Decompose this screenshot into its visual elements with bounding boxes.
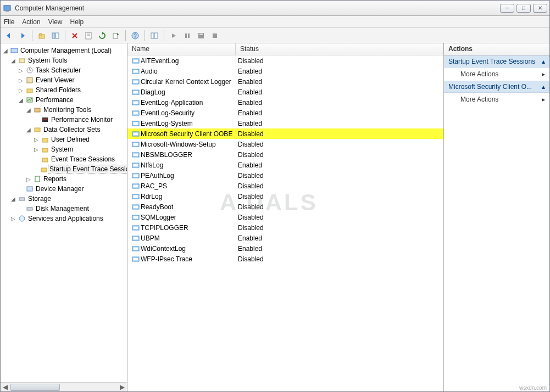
collector-icon <box>32 126 42 133</box>
template-button[interactable] <box>148 30 160 42</box>
list-row[interactable]: PEAuthLogDisabled <box>127 170 443 181</box>
collapse-icon[interactable]: ◢ <box>9 58 17 64</box>
tree-monitoring-tools[interactable]: ◢ Monitoring Tools <box>1 105 127 115</box>
list-row[interactable]: RdrLogDisabled <box>127 191 443 201</box>
expand-icon[interactable]: ▷ <box>17 77 25 83</box>
tree-device-manager[interactable]: Device Manager <box>1 184 127 194</box>
tree-reports[interactable]: ▷ Reports <box>1 174 127 184</box>
play-button[interactable] <box>168 30 180 42</box>
properties-button[interactable] <box>82 30 95 42</box>
action-head-ms-security[interactable]: Microsoft Security Client O... ▴ <box>444 81 549 93</box>
list-row[interactable]: EventLog-SecurityEnabled <box>127 108 443 118</box>
tree-event-viewer[interactable]: ▷ Event Viewer <box>1 75 127 85</box>
scroll-thumb[interactable] <box>10 384 60 391</box>
delete-button[interactable] <box>69 30 81 42</box>
list-row[interactable]: DiagLogEnabled <box>127 87 443 97</box>
tree-performance[interactable]: ◢ Performance <box>1 95 127 105</box>
list-item-name: Circular Kernel Context Logger <box>141 78 231 86</box>
close-button[interactable]: ✕ <box>533 4 547 13</box>
expand-icon[interactable]: ▷ <box>17 87 25 93</box>
action-more-1[interactable]: More Actions ▸ <box>444 68 549 81</box>
list-row[interactable]: AITEventLogDisabled <box>127 55 443 66</box>
pause-button[interactable] <box>181 30 193 42</box>
svg-rect-66 <box>134 185 138 187</box>
list-item-name: NtfsLog <box>141 161 163 169</box>
tree-task-scheduler[interactable]: ▷ Task Scheduler <box>1 65 127 75</box>
expand-icon[interactable]: ▷ <box>25 176 32 182</box>
list-row[interactable]: NBSMBLOGGERDisabled <box>127 149 443 160</box>
maximize-button[interactable]: □ <box>516 4 531 13</box>
toolbar-separator <box>125 30 126 41</box>
expand-icon[interactable]: ▷ <box>9 216 17 222</box>
scroll-track[interactable] <box>10 383 118 391</box>
tree-body[interactable]: ◢ Computer Management (Local) ◢ System T… <box>1 43 127 382</box>
expand-icon[interactable]: ▷ <box>32 147 40 153</box>
collapse-icon[interactable]: ◢ <box>25 127 32 133</box>
list-item-name: EventLog-Application <box>141 99 203 107</box>
list-row[interactable]: WdiContextLogEnabled <box>127 243 443 254</box>
list-row[interactable]: Microsoft Security Client OOBEDisabled <box>127 128 443 139</box>
list-item-status: Enabled <box>236 245 443 253</box>
tree-performance-monitor[interactable]: Performance Monitor <box>1 115 127 125</box>
save-button[interactable] <box>195 30 207 42</box>
tree-disk-management[interactable]: Disk Management <box>1 204 127 214</box>
tree-shared-folders[interactable]: ▷ Shared Folders <box>1 85 127 95</box>
export-button[interactable] <box>110 30 122 42</box>
list-item-status: Enabled <box>236 88 443 96</box>
tree-data-collector-sets[interactable]: ◢ Data Collector Sets <box>1 125 127 135</box>
trace-icon <box>40 165 48 173</box>
tree-scrollbar[interactable]: ◀ ▶ <box>1 382 127 391</box>
menu-view[interactable]: View <box>48 18 63 26</box>
list-row[interactable]: TCPIPLOGGERDisabled <box>127 222 443 233</box>
collapse-icon[interactable]: ◢ <box>9 196 17 202</box>
scroll-left-icon[interactable]: ◀ <box>1 383 10 391</box>
list-row[interactable]: AudioEnabled <box>127 66 443 76</box>
list-body[interactable]: AITEventLogDisabledAudioEnabledCircular … <box>127 55 443 391</box>
list-row[interactable]: EventLog-SystemEnabled <box>127 118 443 128</box>
tree-services-apps[interactable]: ▷ Services and Applications <box>1 214 127 223</box>
list-row[interactable]: WFP-IPsec TraceDisabled <box>127 254 443 264</box>
column-name[interactable]: Name <box>127 43 236 55</box>
help-button[interactable]: ? <box>129 30 141 42</box>
list-row[interactable]: Microsoft-Windows-SetupDisabled <box>127 139 443 149</box>
list-row[interactable]: EventLog-ApplicationEnabled <box>127 97 443 108</box>
computer-icon <box>9 47 19 54</box>
tree-startup-event-trace[interactable]: Startup Event Trace Sessions <box>1 164 127 174</box>
up-button[interactable] <box>36 30 48 42</box>
menu-file[interactable]: File <box>4 18 14 26</box>
minimize-button[interactable]: ─ <box>500 4 514 13</box>
expand-icon[interactable]: ▷ <box>17 68 25 74</box>
back-button[interactable] <box>3 30 15 42</box>
tree-root[interactable]: ◢ Computer Management (Local) <box>1 46 127 55</box>
trace-session-icon <box>131 204 141 210</box>
svg-rect-35 <box>41 168 47 172</box>
scroll-right-icon[interactable]: ▶ <box>118 383 127 391</box>
list-row[interactable]: RAC_PSDisabled <box>127 181 443 191</box>
tree-user-defined[interactable]: ▷ User Defined <box>1 135 127 144</box>
trace-session-icon <box>131 225 141 231</box>
list-row[interactable]: NtfsLogEnabled <box>127 160 443 170</box>
action-head-startup[interactable]: Startup Event Trace Sessions ▴ <box>444 55 549 68</box>
collapse-icon[interactable]: ◢ <box>25 107 32 113</box>
tree-event-trace-sessions[interactable]: Event Trace Sessions <box>1 154 127 164</box>
list-row[interactable]: SQMLoggerDisabled <box>127 212 443 222</box>
collapse-icon[interactable]: ◢ <box>2 48 9 54</box>
list-row[interactable]: ReadyBootDisabled <box>127 201 443 212</box>
svg-rect-74 <box>134 227 138 229</box>
svg-rect-38 <box>19 198 25 200</box>
list-row[interactable]: UBPMEnabled <box>127 233 443 243</box>
show-hide-tree-button[interactable] <box>49 30 62 42</box>
tree-system-tools[interactable]: ◢ System Tools <box>1 55 127 65</box>
column-status[interactable]: Status <box>236 43 443 55</box>
tree-storage[interactable]: ◢ Storage <box>1 194 127 204</box>
expand-icon[interactable]: ▷ <box>32 137 40 143</box>
forward-button[interactable] <box>16 30 29 42</box>
action-more-2[interactable]: More Actions ▸ <box>444 93 549 106</box>
menu-action[interactable]: Action <box>22 18 40 26</box>
tree-system[interactable]: ▷ System <box>1 144 127 154</box>
stop-button[interactable] <box>209 30 221 42</box>
refresh-button[interactable] <box>96 30 108 42</box>
list-row[interactable]: Circular Kernel Context LoggerEnabled <box>127 76 443 87</box>
menu-help[interactable]: Help <box>70 18 84 26</box>
collapse-icon[interactable]: ◢ <box>17 97 25 103</box>
